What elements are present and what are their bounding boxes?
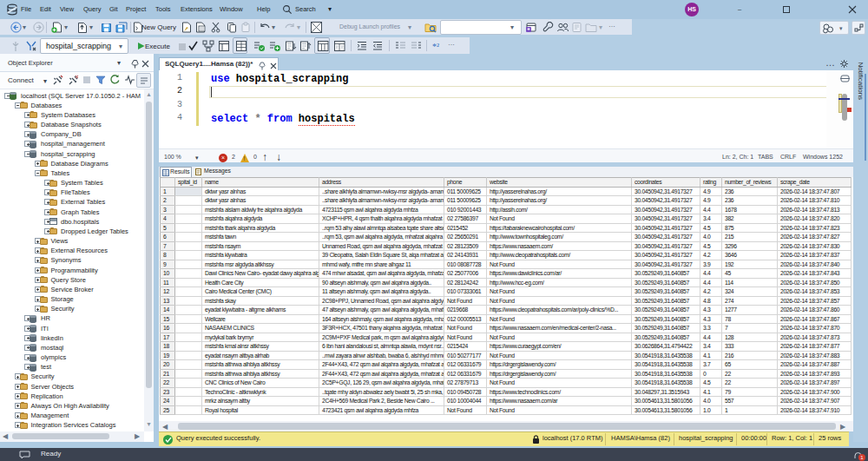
svg-text:*²: *² — [432, 42, 439, 51]
